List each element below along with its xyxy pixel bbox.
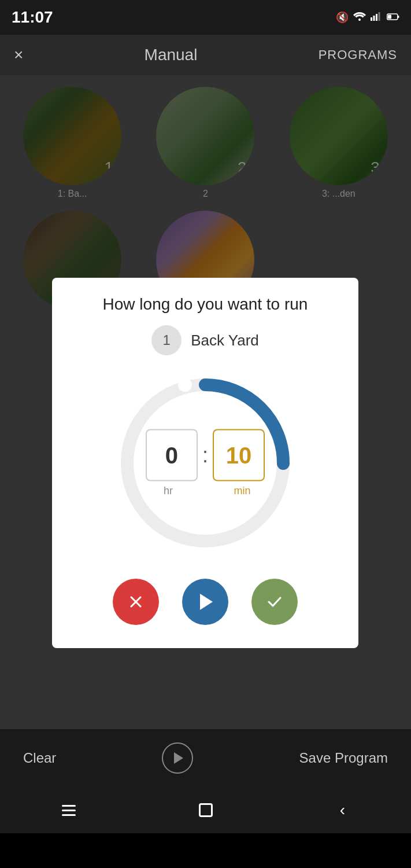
page-title: Manual: [145, 46, 198, 64]
menu-icon: [62, 805, 76, 816]
arc-handle: [178, 378, 192, 392]
time-labels: hr min: [142, 485, 268, 497]
hours-label: hr: [142, 485, 194, 497]
time-colon: :: [202, 443, 208, 468]
svg-rect-4: [379, 12, 380, 21]
status-bar: 11:07 🔇: [0, 0, 411, 35]
close-button[interactable]: ×: [14, 46, 23, 64]
signal-icon: [371, 12, 382, 24]
modal-zone-badge: 1: [151, 325, 182, 355]
svg-rect-1: [371, 17, 372, 21]
main-area: 1 1: Ba... 2 2 3 3: ...den 4 4: To... 5: [0, 75, 411, 729]
menu-nav-button[interactable]: [54, 796, 83, 825]
zone-header: 1 Back Yard: [151, 325, 259, 355]
minutes-box[interactable]: 10: [213, 429, 265, 481]
status-icons: 🔇: [336, 11, 399, 24]
minutes-label: min: [216, 485, 268, 497]
modal-zone-name: Back Yard: [191, 332, 259, 350]
time-display: 0 : 10 hr min: [142, 429, 268, 497]
top-bar: × Manual PROGRAMS: [0, 35, 411, 75]
svg-point-0: [358, 19, 361, 21]
play-button[interactable]: [182, 579, 228, 625]
svg-rect-7: [388, 14, 391, 19]
bottom-play-button[interactable]: [162, 742, 193, 774]
time-boxes: 0 : 10: [146, 429, 265, 481]
cancel-button[interactable]: [113, 579, 159, 625]
hours-box[interactable]: 0: [146, 429, 198, 481]
modal-title: How long do you want to run: [103, 295, 308, 314]
programs-button[interactable]: PROGRAMS: [319, 47, 397, 62]
arc-timer[interactable]: 0 : 10 hr min: [107, 365, 303, 561]
status-time: 11:07: [12, 8, 53, 27]
save-program-button[interactable]: Save Program: [299, 750, 388, 766]
svg-rect-3: [376, 14, 377, 21]
back-icon: ‹: [340, 801, 345, 819]
svg-rect-2: [373, 16, 375, 21]
duration-modal: How long do you want to run 1 Back Yard …: [52, 278, 358, 648]
home-nav-button[interactable]: [191, 796, 220, 825]
clear-button[interactable]: Clear: [23, 750, 56, 766]
home-icon: [199, 803, 213, 817]
mute-icon: 🔇: [336, 11, 349, 24]
modal-actions: [113, 579, 298, 625]
nav-bar: ‹: [0, 787, 411, 833]
wifi-icon: [353, 12, 366, 24]
back-nav-button[interactable]: ‹: [328, 796, 357, 825]
battery-icon: [387, 12, 399, 24]
confirm-button[interactable]: [251, 579, 298, 625]
bottom-bar: Clear Save Program: [0, 729, 411, 787]
svg-rect-6: [398, 16, 399, 18]
